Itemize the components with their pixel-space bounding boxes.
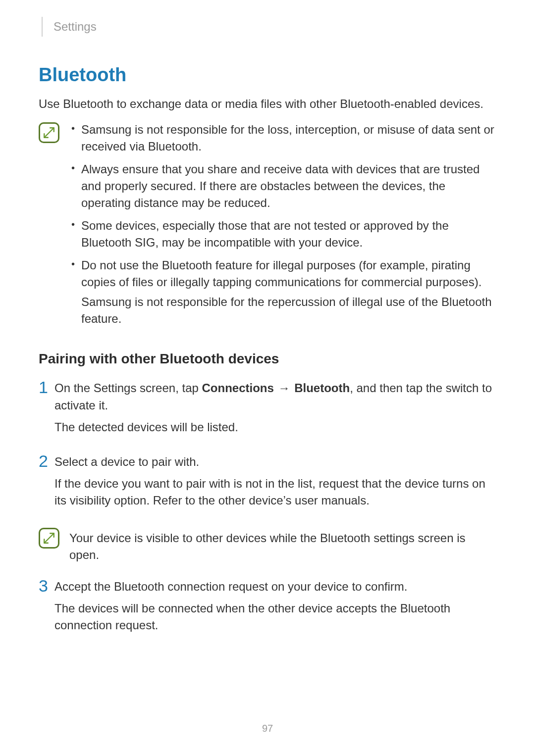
memo-icon [39, 122, 59, 143]
step-1-text: On the Settings screen, tap Connections … [54, 380, 496, 413]
notice-inline-text: Your device is visible to other devices … [69, 527, 496, 563]
text: On the Settings screen, tap [54, 381, 202, 395]
page-number: 97 [0, 723, 535, 734]
step-number: 1 [39, 379, 54, 396]
step-number: 3 [39, 577, 54, 594]
arrow-glyph: → [277, 380, 291, 397]
step-3-text: Accept the Bluetooth connection request … [54, 578, 496, 595]
notice-item: Some devices, especially those that are … [69, 217, 496, 251]
bold-text: Connections [202, 381, 274, 395]
notice-item: Samsung is not responsible for the loss,… [69, 121, 496, 155]
header-section-label: Settings [42, 17, 496, 37]
notice-list: Samsung is not responsible for the loss,… [69, 121, 496, 328]
step-2-text: Select a device to pair with. [54, 454, 496, 470]
notice-item-subtext: Samsung is not responsible for the reper… [81, 294, 496, 327]
memo-icon [39, 528, 59, 549]
step-number: 2 [39, 453, 54, 469]
notice-item: Do not use the Bluetooth feature for ill… [69, 257, 496, 327]
step-3-result: The devices will be connected when the o… [54, 600, 496, 634]
bold-text: Bluetooth [294, 381, 350, 395]
page-title: Bluetooth [39, 64, 496, 86]
step-1-result: The detected devices will be listed. [54, 419, 496, 436]
section-heading: Pairing with other Bluetooth devices [39, 351, 496, 367]
step-3: 3 Accept the Bluetooth connection reques… [39, 578, 496, 639]
notice-block-inline: Your device is visible to other devices … [39, 527, 496, 563]
step-1: 1 On the Settings screen, tap Connection… [39, 380, 496, 440]
intro-paragraph: Use Bluetooth to exchange data or media … [39, 96, 496, 112]
notice-item: Always ensure that you share and receive… [69, 161, 496, 211]
document-page: Settings Bluetooth Use Bluetooth to exch… [0, 0, 535, 756]
step-2-detail: If the device you want to pair with is n… [54, 475, 496, 509]
step-2: 2 Select a device to pair with. If the d… [39, 454, 496, 514]
notice-block: Samsung is not responsible for the loss,… [39, 121, 496, 334]
notice-item-text: Do not use the Bluetooth feature for ill… [81, 258, 482, 289]
